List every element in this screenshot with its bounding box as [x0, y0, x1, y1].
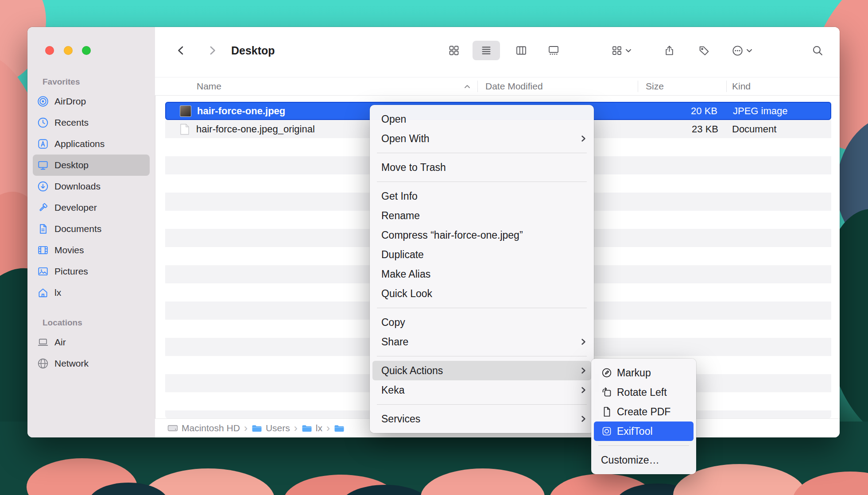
menu-separator [377, 308, 587, 308]
sidebar-item-air[interactable]: Air [33, 332, 150, 353]
submenu-item-label: Rotate Left [617, 387, 667, 398]
chevron-right-icon [581, 338, 586, 345]
sidebar-item-home[interactable]: lx [33, 282, 150, 303]
menu-item-label: Compress “hair-force-one.jpeg” [381, 229, 523, 241]
more-options-button[interactable] [728, 41, 756, 60]
tag-button[interactable] [694, 41, 714, 60]
icon-view-button[interactable] [441, 41, 467, 60]
path-item-partially-hidden[interactable] [334, 424, 345, 433]
file-size: 23 KB [692, 124, 718, 135]
submenu-item-exiftool[interactable]: ExifTool [594, 422, 694, 441]
chevron-down-icon [746, 48, 752, 53]
locations-section-label: Locations [33, 314, 150, 332]
rotate-left-icon [601, 387, 612, 398]
sidebar-item-label: Documents [54, 224, 101, 234]
column-header-name[interactable]: Name [197, 77, 221, 95]
close-button[interactable] [45, 46, 54, 55]
chevron-right-icon [581, 135, 586, 142]
menu-item-label: Open With [381, 133, 430, 145]
sidebar-item-downloads[interactable]: Downloads [33, 176, 150, 197]
column-header-date-modified[interactable]: Date Modified [485, 77, 543, 95]
gallery-view-button[interactable] [541, 41, 566, 60]
submenu-item-label: ExifTool [617, 425, 653, 437]
sidebar-item-label: Developer [54, 202, 97, 213]
menu-item-copy[interactable]: Copy [372, 313, 591, 332]
file-kind: JPEG image [733, 105, 788, 117]
search-button[interactable] [808, 41, 827, 60]
share-button[interactable] [659, 41, 679, 60]
menu-item-label: Services [381, 413, 420, 425]
menu-item-label: Copy [381, 317, 405, 329]
menu-item-share[interactable]: Share [372, 332, 591, 352]
menu-item-get-info[interactable]: Get Info [372, 186, 591, 206]
exiftool-icon [601, 425, 612, 437]
menu-item-open-with[interactable]: Open With [372, 129, 591, 148]
sidebar-item-pictures[interactable]: Pictures [33, 261, 150, 282]
menu-item-compress[interactable]: Compress “hair-force-one.jpeg” [372, 225, 591, 245]
sidebar-item-movies[interactable]: Movies [33, 240, 150, 261]
sidebar-item-documents[interactable]: Documents [33, 218, 150, 240]
menu-item-duplicate[interactable]: Duplicate [372, 245, 591, 264]
zoom-button[interactable] [82, 46, 91, 55]
path-item-macintosh-hd[interactable]: Macintosh HD [167, 423, 240, 433]
group-by-button[interactable] [606, 41, 637, 60]
path-item-users[interactable]: Users [252, 423, 290, 433]
hammer-icon [37, 202, 49, 213]
sidebar-item-label: Downloads [54, 181, 101, 192]
path-separator: › [294, 423, 298, 433]
desktop-icon [37, 159, 49, 171]
sidebar-item-airdrop[interactable]: AirDrop [33, 91, 150, 112]
movies-icon [37, 244, 49, 256]
menu-item-rename[interactable]: Rename [372, 206, 591, 225]
forward-button[interactable] [203, 41, 221, 60]
menu-item-quick-actions[interactable]: Quick Actions [372, 361, 591, 380]
menu-item-label: Quick Look [381, 288, 432, 300]
column-headers: Name Date Modified Size Kind [155, 77, 840, 96]
downloads-icon [37, 181, 49, 192]
sidebar-item-label: lx [54, 287, 61, 298]
menu-item-label: Open [381, 113, 406, 125]
menu-separator [377, 404, 587, 405]
path-separator: › [326, 423, 330, 433]
sidebar: Favorites AirDrop Recents [27, 27, 155, 437]
submenu-item-customize[interactable]: Customize… [594, 450, 694, 470]
globe-icon [37, 358, 49, 369]
file-name: hair-force-one.jpeg [197, 105, 285, 117]
file-size: 20 KB [691, 105, 717, 117]
sidebar-item-recents[interactable]: Recents [33, 112, 150, 133]
menu-separator [598, 445, 689, 446]
menu-item-keka[interactable]: Keka [372, 380, 591, 400]
path-item-lx[interactable]: lx [302, 423, 322, 433]
sidebar-item-label: Pictures [54, 266, 88, 277]
menu-item-label: Share [381, 336, 408, 348]
list-view-button[interactable] [473, 41, 500, 60]
chevron-right-icon [581, 387, 586, 394]
menu-item-make-alias[interactable]: Make Alias [372, 264, 591, 284]
minimize-button[interactable] [64, 46, 73, 55]
back-button[interactable] [172, 41, 190, 60]
menu-item-quick-look[interactable]: Quick Look [372, 284, 591, 303]
menu-item-label: Get Info [381, 190, 418, 202]
sidebar-item-desktop[interactable]: Desktop [33, 155, 150, 176]
submenu-item-rotate-left[interactable]: Rotate Left [594, 383, 694, 402]
column-divider[interactable] [726, 81, 727, 92]
create-pdf-icon [601, 406, 612, 418]
clock-icon [37, 117, 49, 128]
image-thumbnail-icon [180, 105, 191, 117]
document-file-icon [179, 124, 190, 135]
submenu-item-create-pdf[interactable]: Create PDF [594, 402, 694, 422]
sidebar-item-applications[interactable]: Applications [33, 133, 150, 155]
sidebar-item-developer[interactable]: Developer [33, 197, 150, 218]
column-view-button[interactable] [508, 41, 534, 60]
column-divider[interactable] [638, 81, 638, 92]
sidebar-item-network[interactable]: Network [33, 353, 150, 374]
column-header-size[interactable]: Size [646, 77, 664, 95]
column-divider[interactable] [477, 81, 478, 92]
menu-item-services[interactable]: Services [372, 409, 591, 429]
submenu-item-markup[interactable]: Markup [594, 363, 694, 383]
airdrop-icon [37, 96, 49, 107]
folder-icon [302, 424, 312, 433]
menu-item-open[interactable]: Open [372, 109, 591, 129]
menu-item-move-to-trash[interactable]: Move to Trash [372, 158, 591, 177]
column-header-kind[interactable]: Kind [732, 77, 751, 95]
